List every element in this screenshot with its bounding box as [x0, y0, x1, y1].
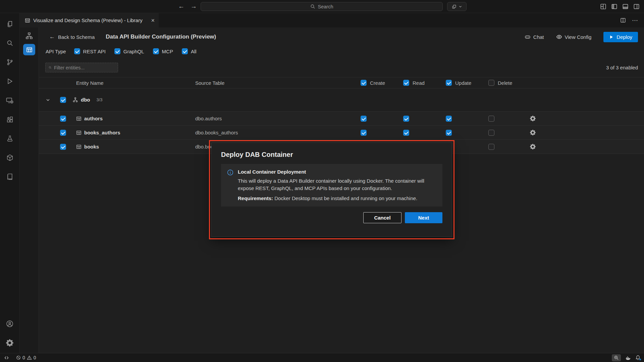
schema-group-row: dbo 3/3 — [39, 94, 644, 106]
extension-strip — [20, 27, 39, 353]
read-checkbox[interactable] — [403, 130, 409, 136]
account-icon[interactable] — [2, 314, 18, 333]
mcp-checkbox[interactable] — [153, 48, 159, 54]
col-read: Read — [399, 80, 441, 86]
more-actions-icon[interactable]: ⋯ — [632, 17, 638, 24]
all-label: All — [191, 49, 197, 54]
read-checkbox[interactable] — [403, 116, 409, 122]
search-options-dropdown[interactable] — [447, 2, 467, 11]
update-label: Update — [455, 80, 471, 86]
search-icon — [310, 4, 315, 9]
command-center-search[interactable]: Search — [201, 2, 443, 11]
tab-bar: Visualize and Design Schema (Preview) - … — [20, 13, 644, 27]
group-expander[interactable] — [39, 98, 58, 102]
split-editor-icon[interactable] — [620, 17, 626, 23]
create-checkbox[interactable] — [361, 116, 367, 122]
delete-checkbox[interactable] — [488, 116, 494, 122]
dab-config-view-icon[interactable] — [23, 44, 35, 55]
package-cube-icon[interactable] — [2, 148, 18, 167]
table-icon — [76, 130, 82, 135]
col-entity-name: Entity Name — [72, 80, 193, 86]
view-config-button[interactable]: View Config — [556, 34, 592, 40]
notebook-icon[interactable] — [2, 167, 18, 186]
entity-settings-gear-icon[interactable] — [530, 144, 536, 149]
entity-settings-gear-icon[interactable] — [530, 116, 536, 121]
info-icon — [227, 169, 233, 201]
read-all-checkbox[interactable] — [403, 80, 409, 86]
page-title: Data API Builder Configuration (Preview) — [106, 34, 216, 40]
row-checkbox[interactable] — [60, 130, 66, 136]
group-checkbox[interactable] — [60, 97, 66, 103]
explorer-icon[interactable] — [2, 14, 18, 34]
deploy-label: Deploy — [616, 34, 632, 40]
statusbar-left: 0 0 — [4, 355, 36, 360]
entity-name: authors — [84, 116, 103, 121]
entity-filter-input[interactable] — [54, 65, 115, 70]
delete-checkbox[interactable] — [488, 130, 494, 136]
mcp-label: MCP — [162, 49, 173, 54]
chevron-down-icon — [46, 98, 50, 102]
error-icon — [16, 355, 21, 360]
row-checkbox[interactable] — [60, 144, 66, 150]
tab-close-icon[interactable]: × — [151, 17, 155, 23]
titlebar: ← → Search — [0, 0, 644, 13]
api-option-mcp[interactable]: MCP — [153, 48, 173, 54]
notifications-bell-icon[interactable] — [635, 355, 641, 360]
vscode-window: ← → Search — [0, 0, 644, 362]
nav-back-icon[interactable]: ← — [178, 3, 184, 10]
nav-forward-icon[interactable]: → — [191, 3, 197, 10]
notification-badge — [639, 358, 641, 361]
tabbar-actions: ⋯ — [159, 13, 644, 27]
toggle-panel-bottom-icon[interactable] — [622, 3, 629, 10]
tab-visualize-schema[interactable]: Visualize and Design Schema (Preview) - … — [20, 13, 159, 27]
chat-button[interactable]: Chat — [525, 34, 544, 40]
remote-explorer-icon[interactable] — [2, 91, 18, 110]
graphql-checkbox[interactable] — [114, 48, 120, 54]
back-to-schema-link[interactable]: ← Back to Schema — [49, 34, 95, 40]
testing-beaker-icon[interactable] — [2, 129, 18, 148]
layout-grid-icon[interactable] — [600, 3, 606, 10]
info-content: Local Container Deployment This will dep… — [238, 169, 436, 201]
zoom-indicator[interactable] — [612, 354, 621, 361]
extensions-icon[interactable] — [2, 110, 18, 129]
graphql-label: GraphQL — [123, 49, 144, 54]
col-delete: Delete — [484, 80, 527, 86]
api-type-filter-row: API Type REST API GraphQL MCP — [39, 46, 644, 57]
row-checkbox[interactable] — [60, 116, 66, 122]
create-checkbox[interactable] — [361, 130, 367, 136]
col-source-table: Source Table — [193, 80, 356, 86]
delete-checkbox[interactable] — [488, 144, 494, 150]
api-option-all[interactable]: All — [182, 48, 197, 54]
settings-gear-icon[interactable] — [2, 333, 18, 352]
info-body: This will deploy a Data API Builder cont… — [238, 177, 436, 192]
all-checkbox[interactable] — [182, 48, 188, 54]
cancel-button[interactable]: Cancel — [363, 212, 401, 223]
entity-filter-row: 3 of 3 enabled — [39, 63, 644, 72]
docker-icon[interactable] — [625, 355, 631, 361]
next-button[interactable]: Next — [405, 212, 442, 223]
source-control-icon[interactable] — [2, 53, 18, 72]
schema-hierarchy-icon[interactable] — [25, 32, 33, 40]
delete-all-checkbox[interactable] — [488, 80, 494, 86]
update-checkbox[interactable] — [446, 116, 452, 122]
info-box: Local Container Deployment This will dep… — [221, 164, 442, 206]
toggle-sidebar-right-icon[interactable] — [633, 3, 640, 10]
warning-count: 0 — [34, 355, 36, 360]
api-option-rest[interactable]: REST API — [74, 48, 106, 54]
run-debug-icon[interactable] — [2, 72, 18, 91]
search-sidebar-icon[interactable] — [2, 34, 18, 53]
toggle-sidebar-left-icon[interactable] — [611, 3, 618, 10]
entity-settings-gear-icon[interactable] — [530, 130, 536, 135]
api-option-graphql[interactable]: GraphQL — [114, 48, 144, 54]
rest-api-checkbox[interactable] — [74, 48, 80, 54]
create-all-checkbox[interactable] — [361, 80, 367, 86]
chat-label: Chat — [533, 34, 544, 40]
update-checkbox[interactable] — [446, 130, 452, 136]
search-placeholder: Search — [318, 4, 333, 9]
deploy-button[interactable]: Deploy — [603, 32, 638, 42]
entity-filter[interactable] — [45, 63, 118, 72]
remote-indicator-icon[interactable] — [4, 355, 9, 360]
entity-source: dbo.authors — [193, 116, 356, 121]
problems-indicator[interactable]: 0 0 — [16, 355, 36, 360]
update-all-checkbox[interactable] — [446, 80, 452, 86]
